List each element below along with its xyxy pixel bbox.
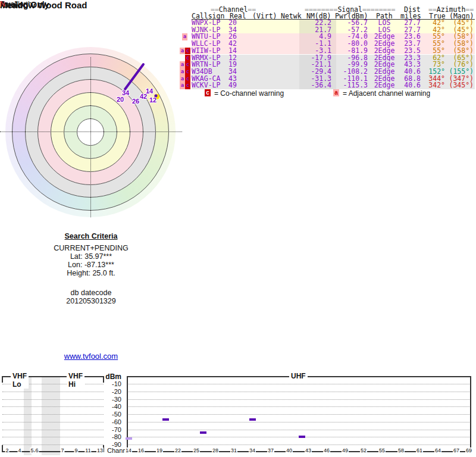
adjacent-channel-warning-icon: a: [180, 68, 185, 76]
table-cell: 40.6: [401, 82, 421, 89]
gridline: [127, 445, 471, 445]
radar-channel-label: 14: [146, 87, 153, 95]
table-cell: -115.3: [340, 82, 368, 89]
signal-marker: [126, 437, 132, 440]
y-axis-tick-label: -40: [95, 403, 121, 410]
x-axis-tick-label: 14: [125, 447, 132, 453]
x-axis-tick-label: 5: [30, 447, 34, 453]
gridline: [127, 414, 471, 415]
signal-marker: [200, 431, 206, 434]
gridline: [2, 399, 104, 400]
tvfool-report-page: Meadow Wood Road Analog Only TrueNorth N…: [0, 0, 476, 457]
table-cell: -36.4: [299, 82, 336, 89]
adjacent-channel-warning-icon: a: [182, 33, 187, 40]
search-mode: CURRENT+PENDING: [0, 244, 182, 252]
gridline: [2, 437, 104, 437]
uhf-panel-right-border: [470, 376, 471, 451]
x-axis-tick-label: 16: [137, 447, 145, 453]
x-axis-tick-label: 13: [96, 447, 104, 453]
signal-direction-line: [125, 64, 143, 89]
y-axis-unit-label: dBm: [95, 373, 121, 381]
gridline: [2, 406, 104, 407]
x-axis-tick-label: 69: [465, 447, 472, 453]
uhf-panel-left-border: [127, 376, 128, 451]
x-axis-tick-label: 28: [212, 447, 219, 453]
panel-corner-stub: [2, 376, 3, 383]
x-axis-tick-label: 9: [74, 447, 78, 453]
table-cell: WCKV-LP: [192, 82, 233, 89]
y-axis-tick-label: -20: [95, 388, 121, 395]
table-column-header: (Virt): [252, 12, 277, 20]
tvfool-link[interactable]: www.tvfool.com: [64, 352, 118, 361]
table-cell: 49: [228, 82, 246, 89]
signal-marker: [249, 418, 256, 421]
co-channel-warning-icon: c: [185, 68, 190, 76]
gridline: [2, 414, 104, 415]
search-criteria-title: Search Criteria: [0, 232, 182, 240]
x-axis-tick-label: 34: [249, 447, 256, 453]
x-axis-tick-label: 61: [416, 447, 423, 453]
co-channel-legend-text: = Co-channel warning: [214, 89, 284, 98]
x-axis-tick-label: 37: [267, 447, 274, 453]
y-axis-tick-label: -50: [95, 411, 121, 418]
x-axis-tick-label: 40: [286, 447, 293, 453]
x-axis-tick-label: 7: [60, 447, 64, 453]
x-axis-tick-label: 22: [174, 447, 181, 453]
gridline: [2, 392, 104, 392]
co-channel-warning-icon: c: [185, 61, 190, 68]
adjacent-channel-warning-icon: a: [180, 61, 185, 68]
co-channel-warning-icon: c: [185, 76, 190, 83]
tvfool-link-wrapper: www.tvfool.com: [0, 352, 182, 361]
x-axis-tick-label: 6: [35, 447, 39, 453]
uhf-label: UHF: [289, 372, 308, 380]
x-axis-tick-label: 55: [378, 447, 386, 453]
gridline: [127, 384, 471, 384]
gridline: [127, 406, 471, 407]
co-channel-warning-icon: c: [185, 55, 190, 62]
db-datecode-label: db datecode: [0, 289, 182, 297]
x-axis-tick-label: 31: [230, 447, 237, 453]
table-column-header: Netwk: [281, 12, 302, 20]
adjacent-channel-legend-text: = Adjacent channel warning: [343, 89, 430, 98]
radar-channel-label: 26: [132, 98, 139, 105]
signal-marker: [299, 436, 305, 438]
x-axis-tick-label: 43: [305, 447, 312, 453]
db-datecode-value: 201205301329: [0, 297, 182, 305]
y-axis-tick-label: -30: [95, 396, 121, 403]
gridline: [127, 399, 471, 400]
radar-channel-label: 12: [149, 96, 156, 104]
gridline: [127, 430, 471, 430]
radar-channel-label: 20: [117, 96, 124, 103]
x-axis-tick-label: 25: [193, 447, 200, 453]
signal-marker: [162, 418, 169, 421]
x-axis-tick-label: 58: [397, 447, 405, 453]
table-row: WCKV-LP49-36.4-115.32Edge40.6342°(345°)a…: [192, 82, 475, 89]
vhf-hi-label: VHF Hi: [67, 372, 84, 389]
co-channel-legend-icon: c: [205, 89, 211, 96]
y-axis-tick-label: -60: [95, 418, 121, 425]
gridline: [2, 422, 104, 422]
adjacent-channel-warning-icon: a: [180, 82, 185, 89]
x-axis-tick-label: 2: [5, 447, 9, 453]
x-axis-tick-label: 46: [323, 447, 330, 453]
adjacent-channel-warning-icon: a: [180, 48, 185, 55]
adjacent-channel-legend-icon: a: [333, 89, 339, 96]
vhf-lo-label: VHF Lo: [11, 372, 29, 389]
radar-overlay: [0, 0, 184, 226]
x-axis-tick-label: 19: [156, 447, 163, 453]
x-axis-tick-label: 11: [84, 447, 91, 453]
co-channel-warning-icon: c: [185, 82, 190, 89]
y-axis-tick-label: -70: [95, 426, 121, 433]
search-longitude: Lon: -87.13***: [0, 261, 182, 269]
y-axis-tick-label: -80: [95, 433, 121, 440]
co-channel-warning-icon: c: [185, 48, 190, 55]
search-latitude: Lat: 35.97***: [0, 252, 182, 261]
fm-band: [42, 377, 60, 455]
x-axis-tick-label: 64: [434, 447, 441, 453]
adjacent-channel-warning-icon: a: [180, 76, 185, 83]
table-cell: 342°: [425, 82, 445, 89]
x-axis-tick-label: 67: [453, 447, 460, 453]
x-axis-tick-label: 4: [17, 447, 21, 453]
x-axis-tick-label: 52: [360, 447, 367, 453]
x-axis-tick-label: 49: [342, 447, 349, 453]
